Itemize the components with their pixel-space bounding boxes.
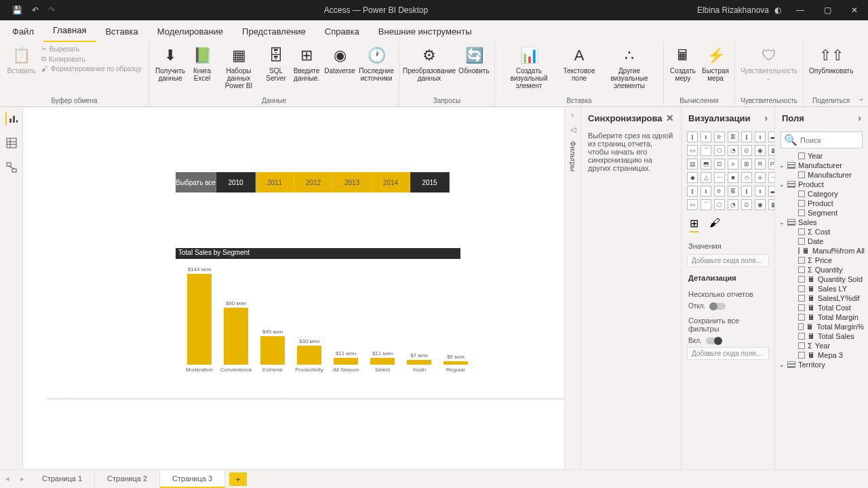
viz-type-14[interactable]: ▤ [687, 159, 698, 169]
viz-type-5[interactable]: ⫾ [755, 131, 766, 142]
close-button[interactable]: ✕ [841, 0, 868, 20]
viz-type-39[interactable]: ⊙ [741, 199, 752, 210]
field-Manuf%from All[interactable]: 🖩Manuf%from All [775, 246, 868, 256]
field-Territory[interactable]: ⌄Territory [775, 360, 868, 369]
ribbon-Получить-данные[interactable]: ⬇Получитьданные [152, 43, 189, 83]
viz-type-10[interactable]: ◔ [728, 145, 738, 156]
close-icon[interactable]: ✕ [666, 113, 674, 123]
bar-Select[interactable]: $11 млнSelect [369, 350, 396, 373]
viz-type-17[interactable]: ≡ [728, 159, 738, 169]
page-tab-2[interactable]: Страница 3 [160, 470, 225, 488]
slicer-select-all[interactable]: Выбрать все [176, 172, 216, 192]
fields-search[interactable]: 🔍 [781, 131, 863, 148]
viz-type-37[interactable]: ⬡ [714, 199, 725, 210]
field-Segment[interactable]: Segment [775, 208, 868, 218]
viz-type-22[interactable]: △ [701, 172, 711, 183]
sensitivity-button[interactable]: 🛡Чувствительность⌄ [738, 43, 800, 83]
field-Total Cost[interactable]: 🖩Total Cost [775, 303, 868, 312]
slicer-year-2011[interactable]: 2011 [256, 172, 294, 192]
viz-type-8[interactable]: ⌒ [701, 145, 711, 156]
tab-Файл[interactable]: Файл [0, 21, 43, 42]
user-name[interactable]: Elbina Rizakhanova [697, 5, 769, 15]
field-Manufacturer[interactable]: ⌄Manufacturer [775, 161, 868, 170]
user-avatar-icon[interactable]: ◐ [774, 5, 781, 15]
maximize-button[interactable]: ▢ [814, 0, 841, 20]
copy-button[interactable]: ⧉Копировать [39, 54, 144, 64]
viz-type-33[interactable]: ⫾ [755, 186, 766, 197]
field-Total Margin[interactable]: 🖩Total Margin [775, 312, 868, 322]
bar-Productivity[interactable]: $30 млнProductivity [296, 338, 323, 373]
page-tab-1[interactable]: Страница 2 [95, 470, 160, 488]
ribbon-Создать-меру[interactable]: 🖩Создатьмеру [667, 43, 699, 83]
viz-type-1[interactable]: ⫾ [701, 131, 711, 142]
field-Quantity Sold[interactable]: 🖩Quantity Sold [775, 274, 868, 284]
ribbon-Текстовое-поле[interactable]: AТекстовоеполе [560, 43, 598, 83]
viz-type-12[interactable]: ◉ [755, 145, 766, 156]
field-Year[interactable]: ΣYear [775, 341, 868, 350]
ribbon-Создать-визуальный-элемент[interactable]: 📊Создатьвизуальный элемент [498, 43, 560, 91]
viz-type-2[interactable]: ⊪ [714, 131, 725, 142]
format-tab-icon[interactable]: 🖌 [709, 217, 720, 232]
bar-Youth[interactable]: $7 млнYouth [406, 352, 433, 373]
cut-button[interactable]: ✂Вырезать [39, 45, 144, 54]
viz-type-19[interactable]: R [755, 159, 766, 169]
tab-Вставка[interactable]: Вставка [96, 21, 147, 42]
field-SalesLY%dif[interactable]: 🖩SalesLY%dif [775, 293, 868, 303]
fields-tree[interactable]: Year⌄ManufacturerManufacturer⌄ProductCat… [775, 151, 868, 369]
viz-type-11[interactable]: ⊙ [741, 145, 752, 156]
drillthrough-field-well[interactable]: Добавьте сюда поля дета... [687, 347, 769, 360]
tab-Внешние инструменты[interactable]: Внешние инструменты [369, 21, 481, 42]
viz-type-38[interactable]: ◔ [728, 199, 738, 210]
report-view-tab[interactable] [5, 113, 18, 125]
field-Category[interactable]: Category [775, 189, 868, 199]
field-Product[interactable]: Product [775, 199, 868, 208]
field-Cost[interactable]: ΣCost [775, 227, 868, 237]
viz-type-40[interactable]: ◉ [755, 199, 766, 210]
ribbon-Наборы-данных-Power-BI[interactable]: ▦Наборыданных Power BI [216, 43, 262, 91]
viz-type-32[interactable]: ⫿ [741, 186, 752, 197]
collapse-ribbon-button[interactable]: ⌃ [859, 98, 864, 105]
bar-Moderation[interactable]: $144 млнModeration [186, 266, 213, 373]
field-Quantity[interactable]: ΣQuantity [775, 265, 868, 274]
chevron-right-icon[interactable]: › [858, 113, 861, 123]
visualization-gallery[interactable]: ⫿⫾⊪≣⫿⫾▬▭⌒⬡◔⊙◉▦▤⬒⊡≡⊞RPy◆△⋯■◇⚹⋯⫿⫾⊪≣⫿⫾▬▭⌒⬡◔… [682, 129, 774, 213]
values-field-well[interactable]: Добавьте сюда поля с дан... [687, 254, 769, 267]
viz-type-16[interactable]: ⊡ [714, 159, 725, 169]
viz-type-30[interactable]: ⊪ [714, 186, 725, 197]
viz-type-23[interactable]: ⋯ [714, 172, 725, 183]
format-painter-button[interactable]: 🖌Форматирование по образцу [39, 64, 144, 73]
ribbon-Введите-данные.[interactable]: ⊞Введитеданные. [290, 43, 323, 83]
filters-pane-collapsed[interactable]: ‹ ◁ Фильтры [564, 107, 580, 469]
tab-Моделирование[interactable]: Моделирование [148, 21, 233, 42]
field-Year[interactable]: Year [775, 151, 868, 161]
bar-Convenience[interactable]: $90 млнConvenience [222, 300, 250, 373]
tab-Представление[interactable]: Представление [233, 21, 315, 42]
ribbon-Dataverse[interactable]: ◉Dataverse [323, 43, 357, 76]
viz-type-3[interactable]: ≣ [728, 131, 738, 142]
field-Manufacturer[interactable]: Manufacturer [775, 170, 868, 180]
page-nav-prev[interactable]: ◂ [0, 474, 15, 483]
chevron-right-icon[interactable]: › [764, 113, 768, 123]
paste-button[interactable]: 📋 Вставить [4, 43, 38, 76]
undo-icon[interactable]: ↶ [32, 5, 39, 15]
keep-filters-toggle[interactable]: Вкл. [682, 336, 774, 346]
viz-type-35[interactable]: ▭ [687, 199, 698, 210]
publish-button[interactable]: ⇧⇧Опубликовать [806, 43, 856, 76]
slicer-year-2010[interactable]: 2010 [216, 172, 256, 192]
ribbon-Последние-источники[interactable]: 🕐Последниеисточники [357, 43, 396, 83]
bar-chart[interactable]: $144 млнModeration$90 млнConvenience$45 … [186, 264, 471, 386]
viz-type-4[interactable]: ⫿ [741, 131, 752, 142]
viz-type-31[interactable]: ≣ [728, 186, 738, 197]
tab-Главная[interactable]: Главная [43, 20, 96, 42]
data-view-tab[interactable] [5, 137, 18, 149]
bar-All Season[interactable]: $11 млнAll Season [332, 350, 359, 373]
tab-Справка[interactable]: Справка [315, 21, 369, 42]
slicer-year-2015[interactable]: 2015 [410, 172, 450, 192]
field-Sales LY[interactable]: 🖩Sales LY [775, 284, 868, 293]
viz-type-21[interactable]: ◆ [687, 172, 698, 183]
page-nav-next[interactable]: ▸ [15, 474, 30, 483]
report-canvas[interactable]: Выбрать все201020112012201320142015 Tota… [23, 107, 564, 469]
bar-Regular[interactable]: $5 млнRegular [442, 354, 469, 373]
slicer-year-2014[interactable]: 2014 [372, 172, 410, 192]
viz-type-28[interactable]: ⫿ [687, 186, 698, 197]
